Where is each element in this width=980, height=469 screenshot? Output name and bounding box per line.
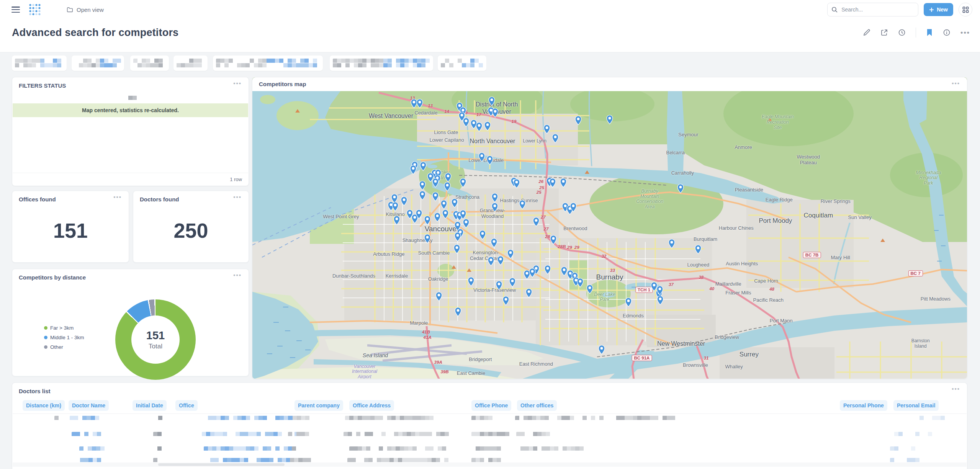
card-menu-button[interactable]: •••: [231, 271, 244, 279]
map-pin-icon[interactable]: [432, 192, 439, 203]
map-pin-icon[interactable]: [492, 108, 499, 119]
map-pin-icon[interactable]: [478, 152, 485, 163]
map-pin-icon[interactable]: [420, 162, 427, 173]
map-canvas[interactable]: District of North VancouverWest Vancouve…: [252, 77, 967, 379]
filter-chip-6[interactable]: [330, 56, 433, 71]
legend-item[interactable]: Far > 3km: [44, 325, 84, 331]
map-pin-icon[interactable]: [424, 234, 431, 245]
legend-item[interactable]: Middle 1 - 3km: [44, 335, 84, 340]
map-pin-icon[interactable]: [468, 277, 474, 288]
map-pin-icon[interactable]: [410, 165, 417, 176]
search-input[interactable]: [841, 6, 906, 13]
map-pin-icon[interactable]: [507, 249, 514, 260]
map-pin-icon[interactable]: [451, 198, 458, 209]
search-box[interactable]: [827, 3, 918, 16]
map-pin-icon[interactable]: [544, 265, 551, 276]
map-pin-icon[interactable]: [416, 209, 422, 221]
filter-chip-1[interactable]: [12, 56, 67, 71]
map-pin-icon[interactable]: [533, 217, 540, 228]
column-header-parent-company[interactable]: Parent company: [294, 400, 343, 411]
column-header-initial-date[interactable]: Initial Date: [133, 400, 167, 411]
map-pin-icon[interactable]: [454, 232, 461, 243]
column-header-office[interactable]: Office: [175, 400, 198, 411]
map-pin-icon[interactable]: [488, 257, 494, 268]
map-pin-icon[interactable]: [392, 202, 399, 213]
card-menu-button[interactable]: •••: [231, 80, 244, 87]
map-pin-icon[interactable]: [586, 284, 593, 296]
card-menu-button[interactable]: •••: [231, 193, 244, 201]
map-pin-icon[interactable]: [525, 288, 532, 299]
horizontal-scrollbar[interactable]: [13, 462, 967, 467]
map-pin-icon[interactable]: [519, 200, 526, 211]
map-pin-icon[interactable]: [416, 99, 423, 110]
card-menu-button[interactable]: •••: [111, 193, 124, 201]
map-pin-icon[interactable]: [432, 178, 439, 189]
map-pin-icon[interactable]: [549, 178, 556, 189]
map-pin-icon[interactable]: [453, 244, 460, 255]
map-pin-icon[interactable]: [625, 297, 632, 309]
map-pin-icon[interactable]: [598, 345, 605, 356]
map-pin-icon[interactable]: [419, 191, 426, 202]
card-menu-button[interactable]: •••: [949, 80, 962, 87]
more-options-button[interactable]: •••: [960, 29, 970, 37]
scrollbar-thumb[interactable]: [158, 463, 285, 466]
column-header-other-offices[interactable]: Other offices: [517, 400, 557, 411]
filter-chip-3[interactable]: [130, 56, 169, 71]
filter-chip-7[interactable]: [438, 56, 486, 71]
map-pin-icon[interactable]: [488, 96, 495, 108]
column-header-distance-km-[interactable]: Distance (km): [23, 400, 65, 411]
map-pin-icon[interactable]: [463, 219, 470, 230]
map-pin-icon[interactable]: [550, 235, 557, 246]
legend-item[interactable]: Other: [44, 344, 84, 350]
map-pin-icon[interactable]: [460, 178, 466, 189]
share-button[interactable]: [880, 29, 888, 36]
map-pin-icon[interactable]: [479, 230, 486, 241]
map-pin-icon[interactable]: [606, 115, 613, 126]
map-pin-icon[interactable]: [497, 256, 504, 267]
hamburger-menu-icon[interactable]: [11, 7, 20, 13]
map-pin-icon[interactable]: [496, 281, 502, 292]
map-pin-icon[interactable]: [695, 245, 702, 256]
filter-chip-5[interactable]: [213, 56, 323, 71]
bookmark-button[interactable]: [926, 29, 933, 36]
column-header-personal-email[interactable]: Personal Email: [893, 400, 939, 411]
map-pin-icon[interactable]: [484, 121, 491, 132]
map-pin-icon[interactable]: [543, 124, 550, 136]
map-pin-icon[interactable]: [463, 118, 470, 129]
map-pin-icon[interactable]: [656, 286, 663, 297]
edit-pencil-button[interactable]: [863, 29, 870, 36]
map-pin-icon[interactable]: [401, 196, 407, 208]
map-pin-icon[interactable]: [419, 181, 426, 192]
filter-chip-2[interactable]: [72, 56, 124, 71]
info-button[interactable]: [943, 29, 951, 36]
map-pin-icon[interactable]: [577, 278, 584, 289]
map-pin-icon[interactable]: [502, 296, 509, 307]
map-pin-icon[interactable]: [677, 184, 684, 195]
map-pin-icon[interactable]: [552, 134, 559, 145]
map-pin-icon[interactable]: [560, 178, 567, 189]
map-pin-icon[interactable]: [444, 182, 451, 193]
map-pin-icon[interactable]: [575, 116, 582, 127]
map-pin-icon[interactable]: [442, 209, 449, 221]
map-pin-icon[interactable]: [435, 292, 442, 303]
map-pin-icon[interactable]: [491, 238, 497, 249]
map-pin-icon[interactable]: [455, 307, 461, 318]
history-clock-button[interactable]: [898, 29, 906, 36]
map-pin-icon[interactable]: [657, 296, 664, 307]
map-pin-icon[interactable]: [434, 212, 441, 224]
column-header-doctor-name[interactable]: Doctor Name: [69, 400, 109, 411]
map-pin-icon[interactable]: [491, 203, 498, 214]
apps-grid-button[interactable]: [959, 3, 972, 16]
map-pin-icon[interactable]: [570, 203, 577, 214]
map-pin-icon[interactable]: [529, 268, 536, 279]
column-header-personal-phone[interactable]: Personal Phone: [840, 400, 887, 411]
card-menu-button[interactable]: •••: [949, 385, 962, 392]
map-pin-icon[interactable]: [393, 216, 400, 227]
map-pin-icon[interactable]: [476, 122, 483, 133]
column-header-office-address[interactable]: Office Address: [349, 400, 394, 411]
map-pin-icon[interactable]: [513, 179, 520, 190]
column-header-office-phone[interactable]: Office Phone: [471, 400, 511, 411]
app-logo[interactable]: [28, 3, 41, 16]
new-button[interactable]: New: [924, 3, 953, 16]
map-pin-icon[interactable]: [561, 266, 568, 278]
